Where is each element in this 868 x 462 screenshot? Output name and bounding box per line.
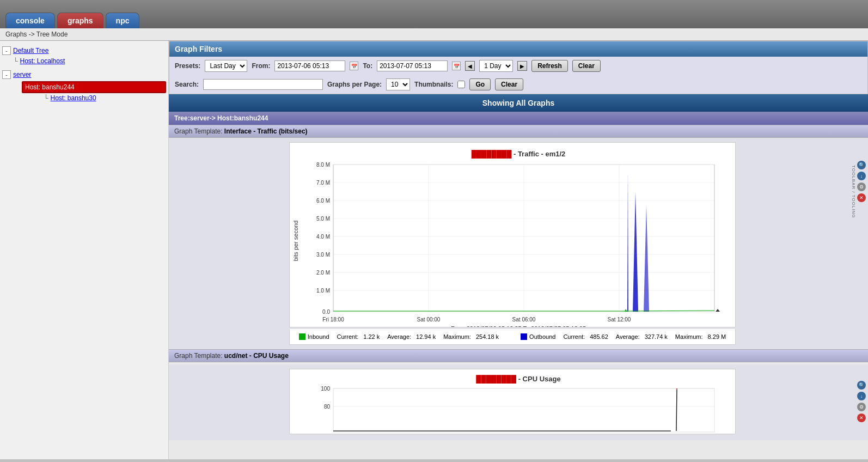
inbound-color — [299, 333, 305, 340]
tree-host-banshu30[interactable]: └ Host: banshu30 — [22, 93, 166, 103]
graph-filters: Graph Filters Presets: Last Day From: 📅 … — [169, 41, 868, 94]
svg-text:1.0 M: 1.0 M — [316, 288, 330, 294]
legend-items: Inbound Current: 1.22 k Average: 12.94 k… — [294, 333, 731, 340]
nav-tab-console[interactable]: console — [5, 13, 55, 28]
from-label: From: — [252, 62, 270, 70]
outbound-label: Outbound — [529, 333, 555, 340]
vertical-text-1: TOOLBAR / TOOLING — [851, 165, 856, 218]
next-interval-btn[interactable]: ▶ — [517, 61, 527, 71]
tree-host-localhost[interactable]: └ Host: Localhost — [2, 56, 166, 66]
svg-text:Fri 18:00: Fri 18:00 — [322, 317, 344, 323]
inbound-max-label: Maximum: — [443, 333, 471, 340]
sidebar: - Default Tree └ Host: Localhost - serve… — [0, 41, 169, 459]
inbound-max-val: 254.18 k — [476, 333, 499, 340]
svg-text:Sat 00:00: Sat 00:00 — [417, 317, 441, 323]
outbound-max-label: Maximum: — [675, 333, 703, 340]
nav-tab-graphs[interactable]: graphs — [57, 13, 103, 28]
graph-template-header-1: Graph Template: Interface - Traffic (bit… — [169, 125, 868, 138]
gt2-label: Graph Template: — [174, 352, 223, 360]
side-icon-delete[interactable]: ✕ — [857, 193, 866, 202]
filters-row-1: Presets: Last Day From: 📅 To: 📅 ◀ 1 Day … — [169, 57, 867, 75]
svg-marker-30 — [716, 309, 720, 312]
graph-section-2: ████████ - CPU Usage 100 80 — [169, 364, 868, 440]
refresh-button[interactable]: Refresh — [531, 60, 568, 72]
graph-wrapper-2: ████████ - CPU Usage 100 80 — [289, 369, 736, 436]
main-layout: - Default Tree └ Host: Localhost - serve… — [0, 41, 868, 459]
top-nav: console graphs npc — [0, 0, 868, 28]
outbound-current-val: 485.62 — [590, 333, 608, 340]
tree-dash-localhost: └ — [13, 57, 18, 65]
tree-server[interactable]: - server — [2, 69, 166, 80]
tree-default-tree[interactable]: - Default Tree — [2, 45, 166, 56]
to-date-input[interactable] — [377, 60, 448, 71]
side-icon-zoom-cpu[interactable]: 🔍 — [857, 381, 866, 390]
tree-dash-banshu30: └ — [44, 94, 48, 102]
inbound-avg-val: 12.94 k — [416, 333, 436, 340]
to-label: To: — [363, 62, 372, 70]
server-label[interactable]: server — [13, 71, 31, 78]
clear-button-2[interactable]: Clear — [495, 78, 523, 90]
svg-text:bits per second: bits per second — [292, 221, 299, 262]
clear-button-1[interactable]: Clear — [572, 60, 601, 72]
inbound-current-val: 1.22 k — [363, 333, 380, 340]
side-icon-settings-cpu[interactable]: ⚙ — [857, 403, 866, 411]
inbound-label: Inbound — [308, 333, 329, 340]
thumbnails-label: Thumbnails: — [414, 81, 453, 88]
svg-text:6.0 M: 6.0 M — [316, 198, 330, 204]
svg-text:Sat 12:00: Sat 12:00 — [608, 317, 631, 323]
svg-text:5.0 M: 5.0 M — [316, 216, 330, 222]
host-localhost-label[interactable]: Host: Localhost — [20, 57, 65, 65]
svg-text:Sat 06:00: Sat 06:00 — [512, 317, 536, 323]
tree-host-banshu244[interactable]: Host: banshu244 — [22, 81, 166, 93]
svg-text:100: 100 — [321, 386, 330, 392]
outbound-current-label: Current: — [563, 333, 585, 340]
content-area: Graph Filters Presets: Last Day From: 📅 … — [169, 41, 868, 459]
host-banshu244-label[interactable]: Host: banshu244 — [25, 83, 75, 91]
side-icons-1: 🔍 ↓ ⚙ ✕ — [857, 161, 866, 202]
svg-text:80: 80 — [324, 404, 331, 410]
toggle-default-tree[interactable]: - — [2, 46, 11, 55]
filters-row-2: Search: Graphs per Page: 10 Thumbnails: … — [169, 75, 867, 94]
interval-select[interactable]: 1 Day — [479, 60, 513, 72]
presets-select[interactable]: Last Day — [205, 60, 247, 72]
go-button[interactable]: Go — [469, 78, 491, 90]
svg-text:████████ - Traffic - em1/2: ████████ - Traffic - em1/2 — [472, 150, 566, 159]
graphs-per-page-select[interactable]: 10 — [386, 78, 410, 90]
default-tree-label[interactable]: Default Tree — [13, 47, 48, 54]
host-banshu30-label[interactable]: Host: banshu30 — [51, 94, 96, 102]
side-icon-delete-cpu[interactable]: ✕ — [857, 414, 866, 422]
presets-label: Presets: — [175, 62, 200, 70]
legend-inbound: Inbound Current: 1.22 k Average: 12.94 k… — [299, 333, 499, 340]
outbound-avg-val: 327.74 k — [645, 333, 668, 340]
legend-outbound: Outbound Current: 485.62 Average: 327.74… — [521, 333, 726, 340]
cpu-chart: ████████ - CPU Usage 100 80 — [289, 369, 736, 434]
svg-line-46 — [676, 390, 677, 431]
side-icon-settings[interactable]: ⚙ — [857, 183, 866, 191]
graph-filters-header: Graph Filters — [169, 41, 867, 57]
side-icon-down-cpu[interactable]: ↓ — [857, 392, 866, 400]
from-date-input[interactable] — [274, 60, 345, 71]
toggle-server[interactable]: - — [2, 70, 11, 79]
to-calendar-icon[interactable]: 📅 — [452, 62, 461, 70]
showing-bar-text: Showing All Graphs — [482, 99, 555, 107]
search-input[interactable] — [203, 79, 323, 90]
gt1-label: Graph Template: — [174, 127, 223, 135]
side-icon-zoom[interactable]: 🔍 — [857, 161, 866, 169]
tree-path-text: Tree:server-> Host:banshu244 — [174, 114, 268, 122]
breadcrumb: Graphs -> Tree Mode — [0, 28, 868, 41]
outbound-max-val: 8.29 M — [708, 333, 726, 340]
svg-text:7.0 M: 7.0 M — [316, 180, 330, 186]
inbound-avg-label: Average: — [387, 333, 411, 340]
nav-tab-npc[interactable]: npc — [106, 13, 140, 28]
svg-text:2.0 M: 2.0 M — [316, 270, 330, 276]
svg-text:4.0 M: 4.0 M — [316, 234, 330, 240]
graph-template-header-2: Graph Template: ucd/net - CPU Usage — [169, 349, 868, 362]
svg-text:3.0 M: 3.0 M — [316, 252, 330, 258]
thumbnails-checkbox[interactable] — [457, 81, 465, 88]
showing-bar: Showing All Graphs — [169, 94, 868, 112]
gt2-name: ucd/net - CPU Usage — [224, 352, 289, 360]
gt1-name: Interface - Traffic (bits/sec) — [224, 127, 308, 135]
side-icon-down[interactable]: ↓ — [857, 172, 866, 180]
from-calendar-icon[interactable]: 📅 — [350, 62, 358, 70]
prev-interval-btn[interactable]: ◀ — [465, 61, 475, 71]
